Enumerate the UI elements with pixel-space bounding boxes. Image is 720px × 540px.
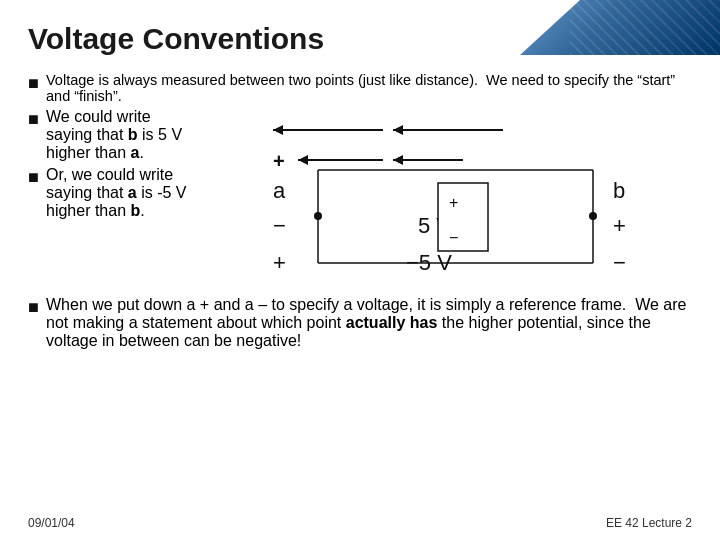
- svg-marker-3: [393, 125, 403, 135]
- bullet-text-2: We could write saying that b is 5 V high…: [46, 108, 258, 162]
- bullet-dot-4: ■: [28, 296, 46, 319]
- svg-marker-8: [393, 155, 403, 165]
- footer-lecture: EE 42 Lecture 2: [606, 516, 692, 530]
- svg-rect-21: [438, 183, 488, 251]
- svg-text:+: +: [273, 250, 286, 275]
- svg-marker-6: [298, 155, 308, 165]
- bullet-text-1: Voltage is always measured between two p…: [46, 72, 692, 104]
- bullet-dot-1: ■: [28, 72, 46, 95]
- bullet-4: ■ When we put down a + and a – to specif…: [28, 296, 692, 350]
- text-left-col: ■ We could write saying that b is 5 V hi…: [28, 108, 258, 224]
- svg-text:−: −: [273, 213, 286, 238]
- bullet-3: ■ Or, we could write saying that a is -5…: [28, 166, 258, 220]
- svg-point-24: [314, 212, 322, 220]
- bullet-text-4: When we put down a + and a – to specify …: [46, 296, 692, 350]
- slide-content: Voltage Conventions ■ Voltage is always …: [0, 0, 720, 540]
- svg-text:+: +: [273, 150, 285, 172]
- svg-text:+: +: [613, 213, 626, 238]
- circuit-svg: + a b − 5 V +: [263, 108, 653, 288]
- svg-marker-1: [273, 125, 283, 135]
- bullet-dot-3: ■: [28, 166, 46, 189]
- svg-point-25: [589, 212, 597, 220]
- footer: 09/01/04 EE 42 Lecture 2: [28, 516, 692, 530]
- bullet-dot-2: ■: [28, 108, 46, 131]
- footer-date: 09/01/04: [28, 516, 75, 530]
- circuit-diagram: + a b − 5 V +: [263, 108, 692, 292]
- svg-text:a: a: [273, 178, 286, 203]
- bullet-2: ■ We could write saying that b is 5 V hi…: [28, 108, 258, 162]
- svg-text:+: +: [449, 194, 458, 211]
- svg-text:−: −: [613, 250, 626, 275]
- slide: Voltage Conventions ■ Voltage is always …: [0, 0, 720, 540]
- bullet-text-3: Or, we could write saying that a is -5 V…: [46, 166, 258, 220]
- bullet-1: ■ Voltage is always measured between two…: [28, 72, 692, 104]
- svg-text:b: b: [613, 178, 625, 203]
- slide-title: Voltage Conventions: [28, 22, 692, 56]
- svg-text:−: −: [449, 229, 458, 246]
